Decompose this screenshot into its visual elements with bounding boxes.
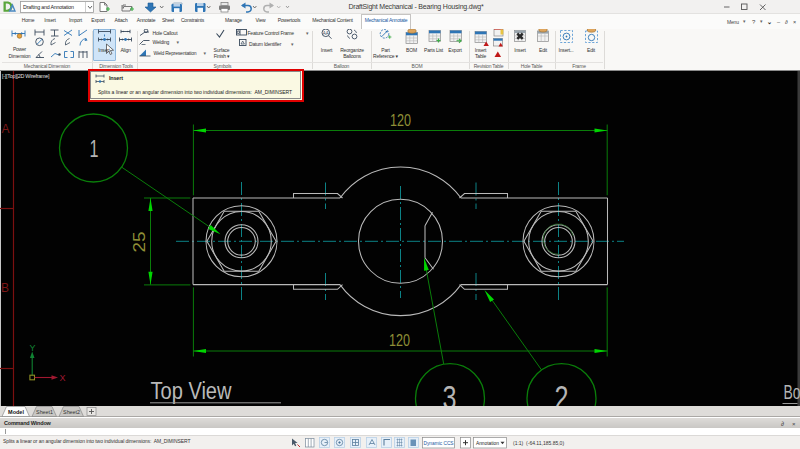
svg-text:(1:1) (-64.11,185.85,0): (1:1) (-64.11,185.85,0) (513, 440, 564, 446)
svg-text:3: 3 (443, 379, 457, 406)
svg-text:2: 2 (555, 379, 569, 406)
svg-text:Model: Model (8, 409, 24, 415)
svg-text:Annotation: Annotation (476, 441, 499, 446)
svg-text:Sheet2: Sheet2 (63, 409, 80, 415)
svg-text:AA: AA (323, 31, 329, 36)
svg-text:25: 25 (130, 232, 149, 253)
svg-text:1: 1 (90, 135, 99, 162)
svg-text:Top View: Top View (151, 378, 232, 404)
svg-text:Y: Y (29, 343, 35, 353)
svg-text:120: 120 (390, 111, 411, 130)
svg-text:Sheet1: Sheet1 (36, 409, 53, 415)
svg-text:B: B (1, 281, 9, 295)
svg-text:Dynamic CCS: Dynamic CCS (423, 441, 453, 446)
svg-text:Bo: Bo (784, 380, 800, 403)
svg-text:A: A (1, 122, 9, 136)
svg-text:X: X (60, 373, 66, 383)
svg-text:120: 120 (389, 331, 410, 350)
